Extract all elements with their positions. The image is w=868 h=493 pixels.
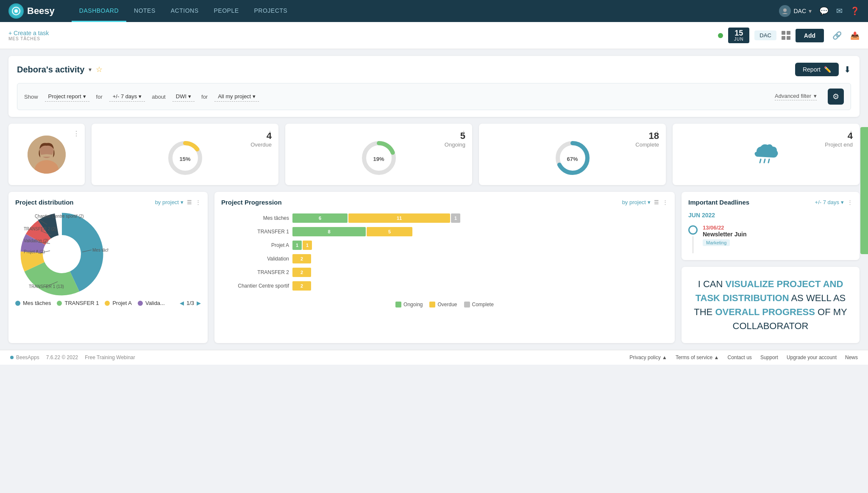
footer-support[interactable]: Support	[760, 355, 778, 360]
project-report-value: Project report	[48, 93, 81, 100]
share-icon[interactable]: 📤	[850, 31, 860, 40]
nav-links: DASHBOARD NOTES ACTIONS PEOPLE PROJECTS	[72, 0, 295, 22]
deadlines-range: +/- 7 days	[815, 199, 839, 205]
svg-text:TRANSFER 1 (13): TRANSFER 1 (13)	[29, 284, 64, 289]
mail-icon[interactable]: ✉	[836, 6, 843, 16]
user-photo	[28, 136, 66, 174]
bar-label-validation: Validation	[221, 256, 289, 262]
footer-upgrade[interactable]: Upgrade your account	[787, 355, 837, 360]
bar-overdue: 5	[367, 227, 412, 236]
legend-mes-taches: Mes tâches	[15, 300, 51, 306]
taskbar: + Create a task MES TÂCHES 15 JUN DAC Ad…	[0, 22, 868, 49]
bar-overdue: 2	[292, 268, 311, 277]
bar-complete: 1	[451, 213, 460, 223]
bar-overdue: 1	[303, 241, 312, 250]
deadline-item-title: Newsletter Juin	[703, 231, 746, 238]
complete-num: 18	[649, 130, 659, 141]
more-distribution-icon[interactable]: ⋮	[195, 199, 201, 205]
by-project-prog-select[interactable]: by project ▾	[622, 199, 651, 205]
nav-projects[interactable]: PROJECTS	[247, 0, 295, 22]
activity-header: Debora's activity ▾ ☆ Report ✏️ ⬇	[17, 63, 851, 76]
filter-icon[interactable]: ☰	[187, 199, 192, 205]
next-page-icon[interactable]: ▶	[197, 300, 201, 306]
bar-row-mes-taches: Mes tâches 6 11 1	[221, 213, 668, 223]
nav-notes[interactable]: NOTES	[126, 0, 163, 22]
days-select[interactable]: +/- 7 days ▾	[109, 91, 145, 102]
project-report-select[interactable]: Project report ▾	[45, 91, 89, 102]
about-chevron-icon: ▾	[188, 93, 191, 100]
nav-people[interactable]: PEOPLE	[206, 0, 247, 22]
prev-page-icon[interactable]: ◀	[180, 300, 184, 306]
bar-track-validation: 2	[292, 254, 668, 263]
timeline-dot	[688, 225, 698, 235]
more-prog-icon[interactable]: ⋮	[662, 199, 668, 205]
more-options-icon[interactable]: ⋮	[73, 130, 80, 138]
project-select[interactable]: All my project ▾	[214, 91, 259, 102]
user-menu[interactable]: DAC ▾	[779, 5, 812, 17]
distribution-header: Project distribution by project ▾ ☰ ⋮	[15, 199, 201, 206]
more-deadlines-icon[interactable]: ⋮	[847, 199, 853, 205]
report-button[interactable]: Report ✏️	[795, 63, 839, 76]
bar-overdue: 2	[292, 281, 311, 291]
deadlines-header: Important Deadlines +/- 7 days ▾ ⋮	[688, 199, 853, 206]
about-label: about	[152, 94, 166, 100]
ongoing-card: ⋮ 5 Ongoing 19%	[285, 124, 472, 185]
deadline-month: JUN 2022	[688, 212, 853, 219]
advanced-filter-label: Advanced filter	[775, 93, 811, 99]
svg-point-21	[43, 235, 81, 273]
chat-icon[interactable]: 💬	[819, 6, 829, 16]
bar-row-chantier: Chantier Centre sportif 2	[221, 281, 668, 291]
legend-projet-a-label: Projet A	[112, 300, 132, 306]
grid-view-icon[interactable]	[782, 31, 790, 40]
bar-track-chantier: 2	[292, 281, 668, 291]
deadlines-range-select[interactable]: +/- 7 days ▾	[815, 199, 844, 205]
favorite-icon[interactable]: ☆	[96, 65, 103, 74]
nav-right: DAC ▾ 💬 ✉ ❓	[779, 5, 860, 17]
pie-chart: Chantier Centre sportif (2) TRANSFER 2 (…	[15, 212, 108, 296]
download-icon[interactable]: ⬇	[844, 64, 851, 75]
bar-row-transfer1: TRANSFER 1 8 5	[221, 227, 668, 236]
logo[interactable]: Beesy	[8, 3, 55, 19]
project-end-num: 4	[848, 130, 853, 141]
activity-title-area: Debora's activity ▾ ☆	[17, 65, 103, 75]
title-chevron-icon[interactable]: ▾	[89, 66, 92, 73]
create-task-sub: MES TÂCHES	[8, 36, 713, 41]
link-icon[interactable]: 🔗	[832, 31, 842, 40]
filter-prog-icon[interactable]: ☰	[654, 199, 659, 205]
about-select[interactable]: DWI ▾	[172, 91, 195, 102]
bar-label-transfer2: TRANSFER 2	[221, 269, 289, 275]
nav-actions[interactable]: ACTIONS	[163, 0, 206, 22]
help-icon[interactable]: ❓	[850, 6, 860, 16]
nav-dashboard[interactable]: DASHBOARD	[72, 0, 126, 22]
create-task-label: + Create a task	[8, 30, 713, 36]
footer-news[interactable]: News	[845, 355, 858, 360]
legend-valida-label: Valida...	[145, 300, 165, 306]
footer-privacy[interactable]: Privacy policy ▲	[629, 355, 667, 360]
bar-overdue: 2	[292, 254, 311, 263]
create-task-area[interactable]: + Create a task MES TÂCHES	[8, 30, 713, 41]
bar-row-transfer2: TRANSFER 2 2	[221, 268, 668, 277]
complete-donut: 67%	[486, 130, 659, 178]
footer-contact[interactable]: Contact us	[728, 355, 752, 360]
bar-overdue: 11	[348, 213, 450, 223]
bar-label-chantier: Chantier Centre sportif	[221, 283, 289, 289]
days-chevron-icon: ▾	[139, 93, 142, 100]
pie-legend: Mes tâches TRANSFER 1 Projet A Valida...	[15, 300, 165, 306]
footer-logo-icon	[10, 356, 14, 359]
progression-title: Project Progression	[221, 199, 282, 206]
bar-track-projet-a: 1 1	[292, 241, 668, 250]
lower-row: Project distribution by project ▾ ☰ ⋮	[8, 192, 860, 343]
bar-row-projet-a: Projet A 1 1	[221, 241, 668, 250]
by-project-select[interactable]: by project ▾	[155, 199, 184, 205]
bar-ongoing: 8	[292, 227, 366, 236]
settings-button[interactable]: ⚙	[828, 89, 844, 105]
add-button[interactable]: Add	[796, 29, 824, 42]
svg-text:Chantier Centre sportif (2): Chantier Centre sportif (2)	[35, 214, 84, 219]
footer-terms[interactable]: Terms of service ▲	[676, 355, 719, 360]
for-label: for	[96, 94, 103, 100]
advanced-filter[interactable]: Advanced filter ▾	[775, 93, 817, 100]
footer-right: Privacy policy ▲ Terms of service ▲ Cont…	[629, 355, 858, 360]
svg-text:Validation (2): Validation (2)	[24, 238, 48, 243]
legend-ongoing-label: Ongoing	[403, 302, 423, 307]
pie-area: Chantier Centre sportif (2) TRANSFER 2 (…	[15, 212, 201, 296]
